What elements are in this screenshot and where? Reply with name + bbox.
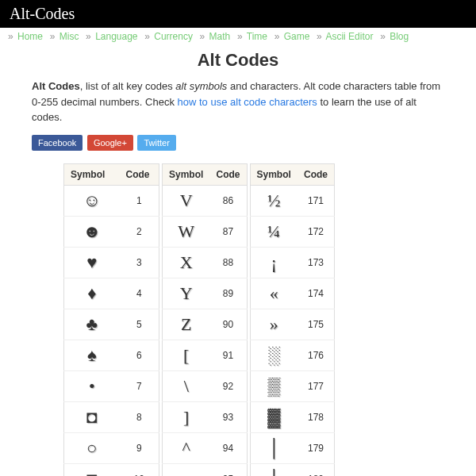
table-row: «174 bbox=[250, 278, 335, 309]
col-code-header: Code bbox=[298, 163, 335, 185]
table-row: X88 bbox=[163, 247, 248, 278]
symbol-cell: ▓ bbox=[250, 401, 298, 432]
symbol-cell: ┤ bbox=[250, 463, 298, 476]
col-code-header: Code bbox=[120, 163, 159, 185]
code-cell: 95 bbox=[210, 463, 248, 476]
col-symbol-header: Symbol bbox=[64, 163, 120, 185]
nav-math[interactable]: Math bbox=[209, 31, 231, 42]
symbol-cell: ♦ bbox=[64, 278, 120, 309]
howto-link[interactable]: how to use alt code characters bbox=[178, 96, 317, 108]
share-googleplus-button[interactable]: Google+ bbox=[87, 135, 133, 151]
page-title: Alt Codes bbox=[32, 50, 444, 71]
alt-codes-table: SymbolCode ☺1 ☻2 ♥3 ♦4 ♣5 ♠6 •7 ◘8 ○9 ◙1… bbox=[63, 163, 444, 477]
intro-em: alt symbols bbox=[175, 80, 227, 92]
code-cell: 91 bbox=[210, 340, 248, 370]
table-row: ◙10 bbox=[64, 463, 159, 476]
table-row: W87 bbox=[163, 216, 248, 247]
symbol-cell: ◘ bbox=[64, 401, 120, 432]
table-row: ○9 bbox=[64, 432, 159, 463]
table-row: ]93 bbox=[163, 401, 248, 432]
site-header: Alt-Codes bbox=[0, 0, 476, 28]
table-row: ▓178 bbox=[250, 401, 335, 432]
symbol-cell: ▒ bbox=[250, 370, 298, 401]
symbol-cell: X bbox=[163, 247, 210, 278]
table-row: •7 bbox=[64, 370, 159, 401]
breadcrumb-sep: » bbox=[317, 31, 322, 42]
breadcrumb-sep: » bbox=[237, 31, 243, 42]
symbol-cell: W bbox=[163, 216, 210, 247]
code-cell: 5 bbox=[120, 309, 159, 340]
table-row: │179 bbox=[250, 432, 335, 463]
nav-misc[interactable]: Misc bbox=[60, 31, 79, 42]
breadcrumb-sep: » bbox=[86, 31, 91, 42]
code-cell: 6 bbox=[120, 340, 159, 370]
table-row: ☻2 bbox=[64, 216, 159, 247]
table-row: [91 bbox=[163, 340, 248, 370]
code-cell: 179 bbox=[298, 432, 335, 463]
breadcrumb-sep: » bbox=[274, 31, 280, 42]
table-row: ♣5 bbox=[64, 309, 159, 340]
table-row: »175 bbox=[250, 309, 335, 340]
table-row: ◘8 bbox=[64, 401, 159, 432]
nav-language[interactable]: Language bbox=[95, 31, 137, 42]
nav-ascii-editor[interactable]: Ascii Editor bbox=[325, 31, 373, 42]
col-symbol-header: Symbol bbox=[250, 163, 298, 185]
nav-blog[interactable]: Blog bbox=[390, 31, 409, 42]
share-bar: Facebook Google+ Twitter bbox=[32, 135, 444, 151]
table-row: \92 bbox=[163, 370, 248, 401]
nav-time[interactable]: Time bbox=[247, 31, 267, 42]
code-cell: 176 bbox=[298, 340, 335, 370]
table-row: Z90 bbox=[163, 309, 248, 340]
table-row: ♠6 bbox=[64, 340, 159, 370]
symbol-cell: » bbox=[250, 309, 298, 340]
symbol-cell: \ bbox=[163, 370, 210, 401]
symbol-cell: ¼ bbox=[250, 216, 298, 247]
table-row: ½171 bbox=[250, 185, 335, 216]
table-row: ¼172 bbox=[250, 216, 335, 247]
code-cell: 7 bbox=[120, 370, 159, 401]
code-cell: 180 bbox=[298, 463, 335, 476]
table-row: ▒177 bbox=[250, 370, 335, 401]
codes-column-2: SymbolCode V86 W87 X88 Y89 Z90 [91 \92 ]… bbox=[162, 163, 248, 477]
symbol-cell: │ bbox=[250, 432, 298, 463]
symbol-cell: ░ bbox=[250, 340, 298, 370]
share-twitter-button[interactable]: Twitter bbox=[137, 135, 175, 151]
table-row: Y89 bbox=[163, 278, 248, 309]
share-facebook-button[interactable]: Facebook bbox=[32, 135, 83, 151]
symbol-cell: ] bbox=[163, 401, 210, 432]
symbol-cell: ^ bbox=[163, 432, 210, 463]
code-cell: 175 bbox=[298, 309, 335, 340]
intro-text-1: , list of alt key codes bbox=[80, 80, 176, 92]
code-cell: 9 bbox=[120, 432, 159, 463]
table-row: ☺1 bbox=[64, 185, 159, 216]
symbol-cell: [ bbox=[163, 340, 210, 370]
symbol-cell: ♠ bbox=[64, 340, 120, 370]
col-code-header: Code bbox=[210, 163, 248, 185]
code-cell: 87 bbox=[210, 216, 248, 247]
symbol-cell: ½ bbox=[250, 185, 298, 216]
symbol-cell: ○ bbox=[64, 432, 120, 463]
nav-game[interactable]: Game bbox=[284, 31, 310, 42]
code-cell: 177 bbox=[298, 370, 335, 401]
nav-home[interactable]: Home bbox=[17, 31, 43, 42]
symbol-cell: ◙ bbox=[64, 463, 120, 476]
symbol-cell: ¡ bbox=[250, 247, 298, 278]
table-row: _95 bbox=[163, 463, 248, 476]
breadcrumb-sep: » bbox=[144, 31, 150, 42]
table-row: ^94 bbox=[163, 432, 248, 463]
code-cell: 90 bbox=[210, 309, 248, 340]
col-symbol-header: Symbol bbox=[163, 163, 210, 185]
table-row: ♦4 bbox=[64, 278, 159, 309]
breadcrumb: » Home » Misc » Language » Currency » Ma… bbox=[0, 28, 476, 45]
nav-currency[interactable]: Currency bbox=[154, 31, 193, 42]
code-cell: 89 bbox=[210, 278, 248, 309]
code-cell: 171 bbox=[298, 185, 335, 216]
codes-column-3: SymbolCode ½171 ¼172 ¡173 «174 »175 ░176… bbox=[250, 163, 336, 477]
code-cell: 4 bbox=[120, 278, 159, 309]
symbol-cell: ☻ bbox=[64, 216, 120, 247]
code-cell: 173 bbox=[298, 247, 335, 278]
code-cell: 88 bbox=[210, 247, 248, 278]
symbol-cell: ♣ bbox=[64, 309, 120, 340]
symbol-cell: • bbox=[64, 370, 120, 401]
code-cell: 8 bbox=[120, 401, 159, 432]
